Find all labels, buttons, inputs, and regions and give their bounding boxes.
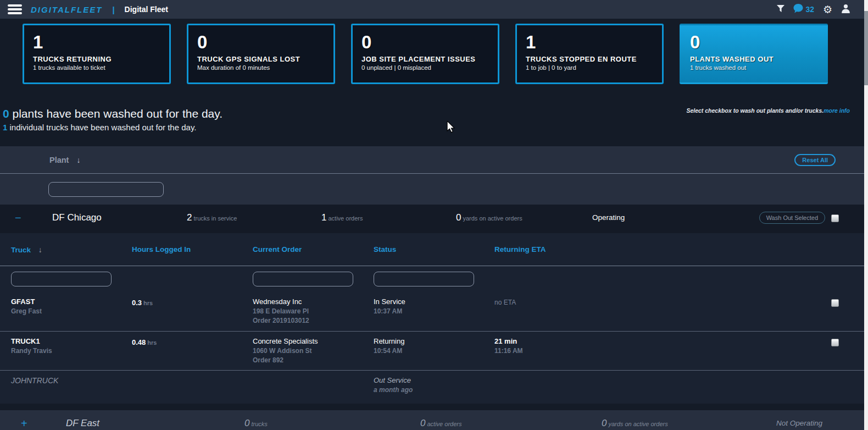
truck-washout-checkbox[interactable] [831, 299, 839, 307]
status-time: 10:54 AM [374, 347, 494, 355]
plant-washout-checkbox[interactable] [831, 214, 839, 222]
wash-out-selected-button[interactable]: Wash Out Selected [759, 212, 825, 224]
order-address: 1060 W Addison St [253, 347, 374, 355]
order-customer: Wednesday Inc [253, 297, 374, 306]
yards-on-active-orders-stat: 0yards on active orders [456, 212, 522, 223]
chat-bubble-icon [793, 4, 803, 15]
sort-descending-icon: ↓ [76, 156, 80, 164]
trucks-stat: 0trucks [244, 418, 268, 429]
truck-status: Out Service [374, 376, 494, 384]
card-value: 0 [690, 32, 817, 53]
truck-washout-checkbox[interactable] [831, 339, 839, 346]
hours-logged: 0.48 [132, 338, 146, 346]
driver-name: Greg Fast [11, 307, 132, 315]
plant-filter-input[interactable] [48, 182, 164, 197]
order-column-header[interactable]: Current Order [253, 245, 374, 253]
plants-washed-out-count: 0 [3, 107, 9, 120]
order-filter-input[interactable] [253, 272, 353, 286]
hamburger-menu-icon[interactable] [8, 3, 22, 16]
active-orders-stat: 1active orders [321, 212, 363, 223]
plant-group-row-df-chicago[interactable]: − DF Chicago 2trucks in service 1active … [0, 205, 868, 233]
trucks-washed-out-line: 1 individual trucks have been washed out… [3, 123, 850, 132]
status-column-header[interactable]: Status [374, 245, 494, 253]
user-profile-icon[interactable] [841, 4, 850, 15]
chat-button[interactable]: 32 [793, 4, 814, 15]
truck-table-header: Truck ↓ Hours Logged In Current Order St… [0, 233, 868, 266]
card-subtitle: 1 to job | 0 to yard [526, 64, 653, 71]
hours-unit: hrs [147, 339, 157, 346]
plant-group-row-df-east[interactable]: + DF East 0trucks 0active orders 0yards … [0, 410, 868, 430]
hours-column-header[interactable]: Hours Logged In [132, 245, 253, 253]
plant-sort-header[interactable]: Plant ↓ [49, 156, 80, 164]
card-subtitle: Max duration of 0 minutes [197, 64, 325, 71]
truck-status: In Service [374, 297, 494, 306]
truck-filter-input[interactable] [11, 272, 112, 286]
card-value: 0 [197, 32, 325, 53]
brand-separator: | [112, 5, 114, 14]
plant-name: DF Chicago [52, 212, 102, 223]
collapse-icon[interactable]: − [15, 212, 21, 224]
order-number: Order 2019103012 [253, 317, 374, 324]
page-title: Digital Fleet [125, 5, 168, 14]
card-plants-washed-out[interactable]: 0 PLANTS WASHED OUT 1 trucks washed out [680, 24, 828, 84]
truck-status: Returning [374, 337, 494, 345]
card-subtitle: 1 trucks washed out [690, 64, 817, 71]
fleet-panel: Plant ↓ Reset All − DF Chicago 2trucks i… [0, 146, 868, 430]
status-time: a month ago [374, 386, 494, 394]
card-value: 1 [33, 32, 160, 53]
expand-icon[interactable]: + [21, 417, 27, 430]
card-title: TRUCK GPS SIGNALS LOST [197, 55, 325, 63]
card-trucks-stopped-en-route[interactable]: 1 TRUCKS STOPPED EN ROUTE 1 to job | 0 t… [515, 24, 664, 84]
trucks-in-service-stat: 2trucks in service [187, 212, 237, 223]
truck-id: JOHNTRUCK [11, 376, 132, 385]
plant-header-row: Plant ↓ Reset All [0, 146, 868, 174]
hours-logged: 0.3 [132, 299, 142, 307]
returning-eta: 21 min [494, 337, 868, 345]
vertical-scrollbar[interactable] [864, 0, 868, 430]
truck-row-truck1: TRUCK1 Randy Travis 0.48hrs Concrete Spe… [0, 331, 868, 370]
driver-name: Randy Travis [11, 347, 132, 355]
card-gps-signals-lost[interactable]: 0 TRUCK GPS SIGNALS LOST Max duration of… [187, 24, 335, 84]
status-filter-input[interactable] [374, 272, 474, 286]
plant-filter-row [0, 174, 868, 205]
order-number: Order 892 [253, 356, 374, 364]
truck-table-filter-row [0, 266, 868, 292]
card-value: 1 [526, 32, 653, 53]
card-subtitle: 1 trucks available to ticket [33, 64, 160, 71]
brand-logo[interactable]: DIGITALFLEET [31, 5, 102, 14]
card-title: JOB SITE PLACEMENT ISSUES [361, 55, 489, 63]
stat-cards-row: 1 TRUCKS RETURNING 1 trucks available to… [0, 19, 868, 84]
settings-gear-icon[interactable]: ⚙ [823, 4, 832, 15]
card-title: TRUCKS RETURNING [33, 55, 160, 63]
operating-status: Operating [592, 213, 625, 222]
truck-row-johntruck: JOHNTRUCK Out Service a month ago [0, 370, 868, 404]
hours-unit: hrs [143, 300, 153, 306]
filter-icon[interactable] [777, 4, 784, 14]
yards-on-active-orders-stat: 0yards on active orders [602, 418, 668, 429]
sort-descending-icon: ↓ [38, 245, 42, 254]
operating-status: Not Operating [776, 419, 822, 427]
truck-id: GFAST [11, 297, 132, 306]
reset-all-button[interactable]: Reset All [794, 154, 836, 166]
scrollbar-thumb[interactable] [864, 11, 868, 85]
plant-name: DF East [66, 418, 99, 429]
truck-id: TRUCK1 [11, 337, 132, 345]
active-orders-stat: 0active orders [420, 418, 461, 429]
card-title: TRUCKS STOPPED EN ROUTE [526, 55, 653, 63]
truck-table: Truck ↓ Hours Logged In Current Order St… [0, 233, 868, 404]
chat-count-badge: 32 [805, 5, 814, 14]
top-navbar: DIGITALFLEET | Digital Fleet 32 ⚙ [0, 0, 868, 19]
washout-summary: 0 plants have been washed out for the da… [0, 107, 868, 132]
eta-column-header[interactable]: Returning ETA [494, 245, 868, 253]
more-info-link[interactable]: more info [824, 107, 850, 114]
order-address: 198 E Delaware Pl [253, 307, 374, 315]
truck-column-header[interactable]: Truck ↓ [11, 245, 132, 254]
card-job-site-placement-issues[interactable]: 0 JOB SITE PLACEMENT ISSUES 0 unplaced |… [351, 24, 499, 84]
card-trucks-returning[interactable]: 1 TRUCKS RETURNING 1 trucks available to… [23, 24, 171, 84]
card-value: 0 [361, 32, 489, 53]
order-customer: Concrete Specialists [253, 337, 374, 345]
card-title: PLANTS WASHED OUT [690, 55, 817, 63]
truck-row-gfast: GFAST Greg Fast 0.3hrs Wednesday Inc 198… [0, 292, 868, 331]
returning-eta-time: 11:16 AM [494, 347, 868, 355]
washout-hint: Select checkbox to wash out plants and/o… [686, 107, 850, 114]
